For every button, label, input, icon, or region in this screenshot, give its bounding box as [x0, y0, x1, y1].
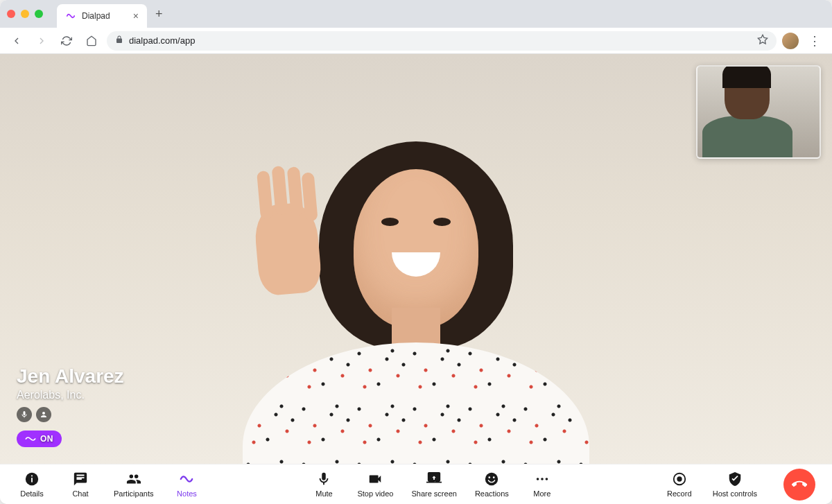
nav-home-button[interactable]	[82, 31, 101, 51]
participant-status-icons	[17, 407, 124, 422]
svg-point-11	[677, 476, 682, 481]
toolbar-center-group: Mute Stop video Share screen Reactions M…	[309, 471, 557, 498]
self-figure	[725, 65, 792, 157]
details-button[interactable]: Details	[17, 471, 47, 498]
participants-label: Participants	[114, 489, 153, 498]
mic-status-icon	[17, 407, 32, 422]
svg-rect-3	[31, 475, 33, 476]
mute-button[interactable]: Mute	[309, 471, 339, 498]
self-view-pip[interactable]	[696, 65, 821, 159]
address-bar[interactable]: dialpad.com/app	[107, 31, 777, 51]
person-status-icon	[36, 407, 51, 422]
ai-status-badge[interactable]: ON	[17, 431, 62, 447]
record-button[interactable]: Record	[664, 471, 695, 498]
host-controls-label: Host controls	[713, 489, 757, 498]
nav-forward-button[interactable]	[32, 31, 51, 51]
nav-reload-button[interactable]	[57, 31, 76, 51]
window-minimize-button[interactable]	[21, 10, 29, 18]
participant-overlay: Jen Alvarez Aerolabs, Inc. ON	[17, 365, 124, 447]
profile-avatar[interactable]	[782, 33, 799, 49]
notes-label: Notes	[177, 489, 197, 498]
window-maximize-button[interactable]	[35, 10, 43, 18]
dialpad-favicon-icon	[65, 10, 76, 21]
reactions-label: Reactions	[475, 489, 509, 498]
stop-video-label: Stop video	[357, 489, 393, 498]
svg-point-6	[493, 476, 495, 478]
tab-title: Dialpad	[82, 11, 110, 21]
toolbar-right-group: Record Host controls	[664, 469, 815, 501]
nav-back-button[interactable]	[7, 31, 26, 51]
participant-name: Jen Alvarez	[17, 365, 124, 388]
url-text: dialpad.com/app	[129, 35, 195, 46]
ai-badge-label: ON	[40, 434, 53, 444]
svg-marker-0	[758, 35, 767, 44]
svg-point-9	[545, 478, 548, 480]
svg-point-7	[537, 478, 539, 480]
more-button[interactable]: More	[527, 471, 557, 498]
tab-close-icon[interactable]: ×	[133, 10, 139, 21]
svg-point-5	[489, 476, 491, 478]
window-close-button[interactable]	[7, 10, 15, 18]
browser-tab-bar: Dialpad × +	[0, 0, 832, 28]
new-tab-button[interactable]: +	[155, 7, 163, 21]
share-screen-button[interactable]: Share screen	[411, 471, 456, 498]
browser-tab[interactable]: Dialpad ×	[57, 4, 147, 28]
end-call-button[interactable]	[783, 469, 815, 501]
reactions-button[interactable]: Reactions	[475, 471, 509, 498]
more-label: More	[533, 489, 551, 498]
share-screen-label: Share screen	[411, 489, 456, 498]
svg-point-4	[485, 472, 498, 485]
window-controls	[7, 10, 43, 18]
call-toolbar: Details Chat Participants Notes Mute	[0, 464, 832, 504]
record-label: Record	[667, 489, 691, 498]
browser-toolbar: dialpad.com/app ⋮	[0, 28, 832, 54]
details-label: Details	[20, 489, 44, 498]
video-call-area: Jen Alvarez Aerolabs, Inc. ON	[0, 54, 832, 464]
chat-button[interactable]: Chat	[65, 471, 96, 498]
browser-menu-button[interactable]: ⋮	[804, 33, 825, 49]
chat-label: Chat	[72, 489, 88, 498]
host-controls-button[interactable]: Host controls	[713, 471, 757, 498]
svg-rect-2	[31, 478, 33, 482]
stop-video-button[interactable]: Stop video	[357, 471, 393, 498]
browser-window: Dialpad × + dialpad.com/app ⋮	[0, 0, 832, 504]
toolbar-left-group: Details Chat Participants Notes	[17, 471, 202, 498]
mute-label: Mute	[315, 489, 332, 498]
notes-button[interactable]: Notes	[171, 471, 202, 498]
participant-company: Aerolabs, Inc.	[17, 389, 124, 401]
svg-point-8	[541, 478, 544, 480]
bookmark-icon[interactable]	[757, 34, 768, 47]
participants-button[interactable]: Participants	[114, 471, 153, 498]
lock-icon	[115, 35, 123, 46]
